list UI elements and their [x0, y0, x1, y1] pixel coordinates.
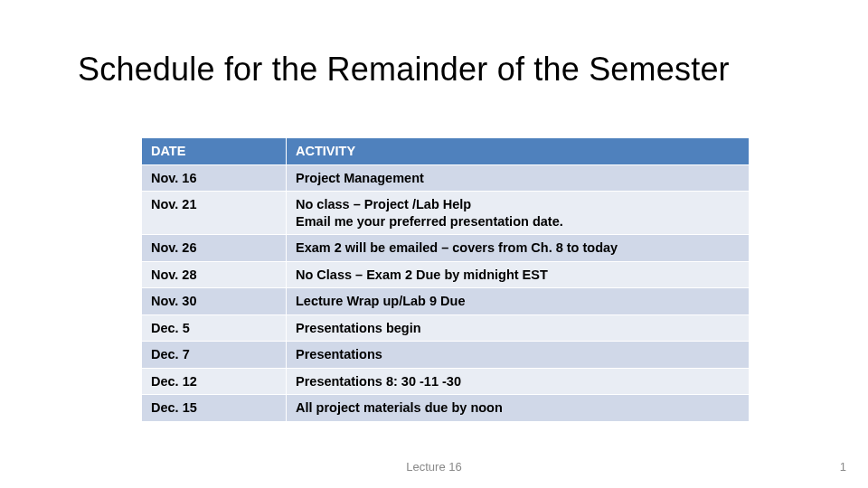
cell-activity: Project Management [287, 164, 750, 192]
table-row: Nov. 30 Lecture Wrap up/Lab 9 Due [142, 288, 750, 315]
cell-date: Nov. 28 [142, 261, 287, 288]
table-header-row: DATE ACTIVITY [142, 138, 750, 165]
table-row: Nov. 28 No Class – Exam 2 Due by midnigh… [142, 261, 750, 288]
schedule-table-container: DATE ACTIVITY Nov. 16 Project Management… [141, 137, 749, 422]
schedule-table: DATE ACTIVITY Nov. 16 Project Management… [141, 137, 750, 422]
cell-activity: All project materials due by noon [287, 395, 750, 422]
cell-activity: No Class – Exam 2 Due by midnight EST [287, 261, 750, 288]
cell-date: Dec. 12 [142, 368, 287, 395]
footer-page-number: 1 [840, 460, 846, 474]
footer-lecture-label: Lecture 16 [0, 460, 868, 474]
cell-date: Dec. 15 [142, 395, 287, 422]
table-row: Nov. 21 No class – Project /Lab HelpEmai… [142, 192, 750, 235]
cell-activity: Exam 2 will be emailed – covers from Ch.… [287, 235, 750, 262]
page-title: Schedule for the Remainder of the Semest… [78, 51, 730, 89]
cell-activity: Presentations begin [287, 314, 750, 342]
cell-date: Nov. 30 [142, 288, 287, 315]
cell-date: Nov. 26 [142, 235, 287, 262]
table-row: Dec. 12 Presentations 8: 30 -11 -30 [142, 368, 750, 395]
cell-activity: Presentations [287, 342, 750, 369]
table-row: Dec. 15 All project materials due by noo… [142, 395, 750, 422]
table-row: Dec. 7 Presentations [142, 342, 750, 369]
cell-date: Nov. 21 [142, 192, 287, 235]
table-row: Nov. 26 Exam 2 will be emailed – covers … [142, 235, 750, 262]
table-row: Nov. 16 Project Management [142, 164, 750, 192]
cell-activity: Lecture Wrap up/Lab 9 Due [287, 288, 750, 315]
cell-date: Dec. 5 [142, 314, 287, 342]
header-activity: ACTIVITY [287, 138, 750, 165]
cell-activity: Presentations 8: 30 -11 -30 [287, 368, 750, 395]
table-row: Dec. 5 Presentations begin [142, 314, 750, 342]
cell-date: Nov. 16 [142, 164, 287, 192]
cell-date: Dec. 7 [142, 342, 287, 369]
cell-activity: No class – Project /Lab HelpEmail me you… [287, 192, 750, 235]
header-date: DATE [142, 138, 287, 165]
